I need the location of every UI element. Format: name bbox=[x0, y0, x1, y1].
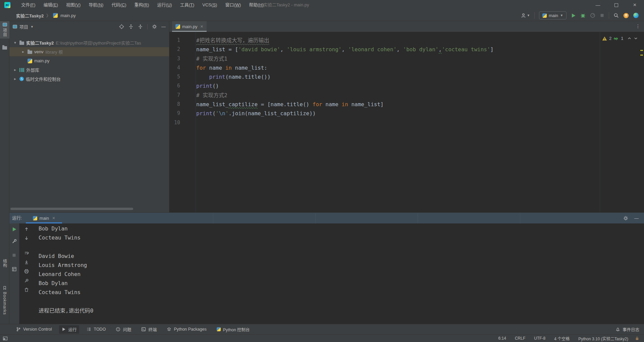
left-stripe: 项目 结构 Bookmarks bbox=[0, 21, 9, 324]
toolwindow-switcher-icon[interactable] bbox=[3, 336, 8, 341]
run-configuration-select[interactable]: main ▼ bbox=[539, 11, 567, 19]
print-icon[interactable] bbox=[24, 269, 29, 274]
code-line[interactable]: 10 bbox=[169, 118, 644, 127]
status-widget[interactable]: CRLF bbox=[515, 336, 525, 341]
status-widget[interactable]: 6:14 bbox=[498, 336, 506, 341]
code-line[interactable]: 6print() bbox=[169, 81, 644, 90]
soft-wrap-icon[interactable] bbox=[24, 251, 29, 256]
status-widget[interactable]: 4 个空格 bbox=[554, 336, 570, 341]
pin-tab-icon[interactable] bbox=[24, 278, 29, 283]
code-line[interactable]: 5 print(name.title()) bbox=[169, 72, 644, 81]
expand-all-icon[interactable] bbox=[128, 24, 133, 29]
tab-options-icon[interactable]: ⋮ bbox=[636, 23, 641, 29]
debug-button[interactable] bbox=[580, 13, 586, 18]
code-line[interactable]: 9print('\n'.join(name_list_captilize)) bbox=[169, 109, 644, 118]
hide-panel-icon[interactable]: — bbox=[634, 216, 639, 221]
menu-item[interactable]: 文件(F) bbox=[17, 0, 40, 10]
tree-row[interactable]: ▸外部库 bbox=[9, 65, 169, 74]
code-line[interactable]: 1#把姓名转换成大写，遍历输出 bbox=[169, 36, 644, 45]
project-panel-title[interactable]: 项目 bbox=[19, 23, 28, 30]
close-window-icon[interactable]: × bbox=[626, 0, 644, 10]
warning-stripe-mark[interactable] bbox=[640, 55, 643, 56]
code-with-me-icon[interactable] bbox=[633, 13, 639, 18]
stop-button[interactable] bbox=[600, 13, 604, 18]
menu-item[interactable]: 窗口(W) bbox=[221, 0, 245, 10]
profiler-button[interactable] bbox=[590, 13, 595, 18]
close-run-tab-icon[interactable]: × bbox=[52, 215, 55, 221]
tree-chevron-icon[interactable]: ▸ bbox=[13, 77, 17, 81]
stop-button[interactable] bbox=[12, 253, 16, 258]
menu-item[interactable]: 代码(C) bbox=[107, 0, 130, 10]
code-line[interactable]: 4for name in name_list: bbox=[169, 63, 644, 72]
toolwindow-button[interactable]: Python 控制台 bbox=[214, 325, 253, 334]
up-stack-trace-icon[interactable] bbox=[24, 227, 29, 231]
user-account-button[interactable]: ▼ bbox=[521, 13, 530, 18]
toolwindow-button[interactable]: TODO bbox=[84, 326, 108, 333]
restore-layout-icon[interactable] bbox=[12, 267, 17, 272]
tree-row[interactable]: ▸临时文件和控制台 bbox=[9, 74, 169, 83]
close-tab-icon[interactable]: × bbox=[201, 24, 203, 29]
run-tab-main[interactable]: main × bbox=[26, 213, 62, 223]
gear-icon[interactable] bbox=[623, 216, 628, 221]
tree-chevron-icon[interactable]: ▸ bbox=[13, 68, 17, 72]
tab-main-py[interactable]: main.py × bbox=[172, 21, 207, 32]
menu-item[interactable]: 工具(T) bbox=[176, 0, 199, 10]
menu-item[interactable]: 运行(U) bbox=[153, 0, 176, 10]
menu-item[interactable]: 导航(N) bbox=[85, 0, 107, 10]
edit-configurations-icon[interactable] bbox=[12, 239, 17, 244]
code-line[interactable]: 3# 实现方式1 bbox=[169, 54, 644, 63]
run-toolbar bbox=[9, 223, 19, 324]
toolwindow-button[interactable]: Python Packages bbox=[164, 326, 209, 333]
inspections-widget[interactable]: 2 1 bbox=[602, 36, 638, 41]
menu-item[interactable]: 编辑(E) bbox=[40, 0, 62, 10]
tree-chevron-icon[interactable]: ▸ bbox=[21, 50, 25, 54]
code-line[interactable]: 2name_list = ['david bowie', 'louis arms… bbox=[169, 45, 644, 54]
code-line[interactable]: 7# 实现方式2 bbox=[169, 91, 644, 100]
chevron-down-icon[interactable]: ▼ bbox=[31, 25, 34, 28]
scroll-to-end-icon[interactable] bbox=[24, 260, 29, 265]
stripe-structure-button[interactable]: 结构 bbox=[0, 257, 9, 269]
minimize-window-icon[interactable]: — bbox=[589, 0, 607, 10]
rerun-button[interactable] bbox=[12, 227, 17, 232]
event-log-button[interactable]: 事件日志 bbox=[615, 326, 639, 333]
stripe-bookmarks-button[interactable]: Bookmarks bbox=[0, 284, 9, 317]
select-opened-file-icon[interactable] bbox=[119, 24, 124, 29]
breadcrumb-project[interactable]: 实验二Tasky2 bbox=[16, 12, 44, 19]
tree-row[interactable]: ▸venvlibrary 根 bbox=[9, 47, 169, 56]
code-line[interactable]: 8name_list_captilize = [name.title() for… bbox=[169, 100, 644, 109]
tree-chevron-icon[interactable]: ▾ bbox=[13, 41, 17, 45]
toolwindow-button[interactable]: 运行 bbox=[59, 325, 79, 334]
menu-item[interactable]: VCS(S) bbox=[198, 0, 221, 10]
stripe-project-button[interactable]: 项目 bbox=[0, 21, 9, 39]
previous-problem-icon[interactable] bbox=[627, 36, 632, 41]
breadcrumb-file[interactable]: main.py bbox=[60, 13, 76, 18]
update-available-icon[interactable] bbox=[623, 13, 629, 18]
tree-row[interactable]: main.py bbox=[9, 56, 169, 65]
toolwindow-button[interactable]: 问题 bbox=[113, 325, 134, 334]
run-button[interactable] bbox=[571, 13, 576, 18]
status-widget[interactable]: Python 3.10 (实验二Tasky2) bbox=[578, 336, 628, 341]
search-everywhere-icon[interactable] bbox=[613, 13, 619, 18]
horizontal-scrollbar[interactable] bbox=[10, 208, 133, 210]
editor-tab-bar: main.py × ⋮ bbox=[169, 21, 644, 32]
lock-icon[interactable] bbox=[635, 336, 639, 341]
code-editor[interactable]: 1#把姓名转换成大写，遍历输出2name_list = ['david bowi… bbox=[169, 32, 644, 212]
menu-item[interactable]: 重构(R) bbox=[130, 0, 153, 10]
toolwindow-button[interactable]: Version Control bbox=[13, 326, 54, 333]
down-stack-trace-icon[interactable] bbox=[24, 236, 29, 241]
tree-row[interactable]: ▾实验二Tasky2E:\lsqb\python项目\pythonProject… bbox=[9, 38, 169, 47]
tree-item-label: 实验二Tasky2 bbox=[26, 40, 54, 46]
warning-stripe-mark[interactable] bbox=[640, 50, 643, 51]
toolwindow-button[interactable]: 终端 bbox=[139, 325, 159, 334]
console-line: Bob Dylan bbox=[39, 224, 93, 233]
gear-icon[interactable] bbox=[152, 24, 157, 29]
collapse-all-icon[interactable] bbox=[138, 24, 143, 29]
menu-item[interactable]: 视图(V) bbox=[62, 0, 85, 10]
maximize-window-icon[interactable] bbox=[607, 0, 626, 10]
hide-panel-icon[interactable]: — bbox=[161, 24, 166, 29]
status-widget[interactable]: UTF-8 bbox=[534, 336, 545, 341]
console-output: Bob DylanCocteau Twins David BowieLouis … bbox=[39, 224, 93, 315]
stripe-folder-button[interactable] bbox=[0, 44, 9, 51]
clear-all-icon[interactable] bbox=[24, 287, 29, 292]
next-problem-icon[interactable] bbox=[634, 36, 638, 41]
